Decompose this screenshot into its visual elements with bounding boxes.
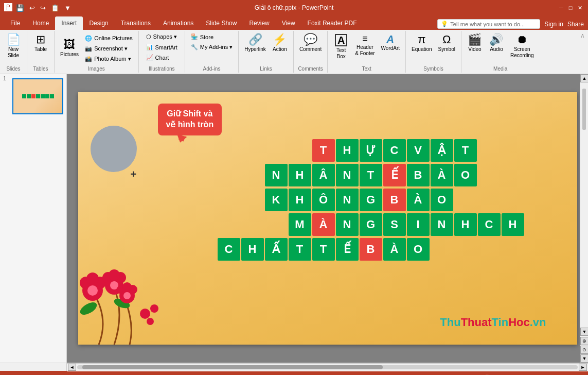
scroll-left-button[interactable]: ◄ xyxy=(68,364,76,371)
scrollbar-thumb[interactable] xyxy=(582,89,586,130)
undo-button[interactable]: ↩ xyxy=(28,3,37,13)
action-button[interactable]: ⚡ Action xyxy=(270,32,290,55)
comments-button[interactable]: Comments xyxy=(424,373,456,375)
photo-album-button[interactable]: 📸 Photo Album ▾ xyxy=(82,54,135,64)
tab-view[interactable]: View xyxy=(276,16,301,30)
scroll-track[interactable] xyxy=(77,365,578,369)
close-button[interactable]: ✕ xyxy=(576,4,584,12)
powerpoint-icon: 🅿 xyxy=(4,3,12,12)
tab-animations[interactable]: Animations xyxy=(157,16,200,30)
equation-button[interactable]: π Equation xyxy=(409,32,434,55)
smartart-button[interactable]: 📊 SmartArt xyxy=(144,42,180,52)
symbol-button[interactable]: Ω Symbol xyxy=(436,32,458,55)
title-bar: 🅿 💾 ↩ ↪ 📋 ▼ Giải ô chữ.pptx - PowerPoint… xyxy=(0,0,588,15)
scrollbar-up-button[interactable]: ▲ xyxy=(580,74,588,82)
tab-transitions[interactable]: Transitions xyxy=(115,16,157,30)
screenshot-icon: 📷 xyxy=(85,45,92,52)
chart-button[interactable]: 📈 Chart xyxy=(144,53,180,62)
zoom-in-button[interactable]: + xyxy=(560,373,567,375)
maximize-button[interactable]: □ xyxy=(566,4,575,12)
screenshot-button[interactable]: 📷 Screenshot ▾ xyxy=(82,44,135,54)
tab-design[interactable]: Design xyxy=(83,16,114,30)
video-button[interactable]: 🎬 Video xyxy=(465,32,485,55)
tab-foxit[interactable]: Foxit Reader PDF xyxy=(301,16,363,30)
tab-home[interactable]: Home xyxy=(26,16,55,30)
notes-button[interactable]: Notes xyxy=(401,373,420,375)
store-icon: 🏪 xyxy=(191,33,198,40)
customize-qa-button[interactable]: ▼ xyxy=(63,3,73,13)
pictures-button[interactable]: 🖼 Pictures xyxy=(58,37,81,60)
minimize-button[interactable]: ─ xyxy=(557,4,565,12)
normal-view-button[interactable]: ⊟ xyxy=(460,373,469,376)
tell-me-input[interactable]: 💡 Tell me what you want to do... xyxy=(437,19,540,29)
speech-bubble: Giữ Shift và vẽ hình tròn xyxy=(158,104,222,135)
save-button[interactable]: 💾 xyxy=(14,3,26,13)
grid-cell: Ậ xyxy=(431,139,453,162)
slide-sorter-button[interactable]: ⊞ xyxy=(471,373,479,376)
svg-point-17 xyxy=(140,309,150,319)
grid-cell: C xyxy=(383,139,406,162)
signin-button[interactable]: Sign in xyxy=(544,21,563,28)
symbol-icon: Ω xyxy=(442,34,451,45)
zoom-out-button[interactable]: − xyxy=(507,373,514,375)
share-button[interactable]: Share xyxy=(567,21,584,28)
gray-circle xyxy=(91,126,137,172)
status-right: Notes Comments ⊟ ⊞ 📖 ▷ − + 100% xyxy=(401,373,584,376)
grid-cell: I xyxy=(407,213,430,236)
fit-slide-button[interactable]: ⊕ xyxy=(580,337,588,345)
comment-button[interactable]: 💬 Comment xyxy=(297,32,324,55)
grid-cell: C xyxy=(218,238,240,261)
grid-row-5: C H Ấ T T Ế B À O xyxy=(217,237,525,261)
ribbon-group-slides: 📄 NewSlide Slides xyxy=(0,31,27,73)
collapse-ribbon-button[interactable]: ∧ xyxy=(577,31,588,73)
present-button[interactable]: 📋 xyxy=(49,3,61,13)
store-button[interactable]: 🏪 Store xyxy=(188,32,235,42)
svg-point-19 xyxy=(147,318,154,325)
tab-review[interactable]: Review xyxy=(243,16,275,30)
redo-button[interactable]: ↪ xyxy=(39,3,47,13)
grid-cell: Ấ xyxy=(265,238,288,261)
grid-row-3: K H Ô N G B À O xyxy=(264,188,525,212)
screen-recording-button[interactable]: ⏺ ScreenRecording xyxy=(508,32,537,61)
tab-insert[interactable]: Insert xyxy=(55,16,83,30)
tab-slideshow[interactable]: Slide Show xyxy=(200,16,243,30)
hyperlink-button[interactable]: 🔗 Hyperlink xyxy=(242,32,269,55)
next-slide-button[interactable]: ▼ xyxy=(580,354,588,363)
grid-cell: G xyxy=(360,189,382,211)
grid-cell: N xyxy=(265,164,288,186)
flower-decoration xyxy=(78,242,171,345)
canvas-area[interactable]: Giữ Shift và vẽ hình tròn + T H Ự C V Ậ … xyxy=(67,74,588,363)
header-footer-button[interactable]: ≡ Header& Footer xyxy=(352,32,377,59)
grid-cell: N xyxy=(431,213,453,236)
online-pictures-button[interactable]: 🌐 Online Pictures xyxy=(82,33,135,43)
quick-access-toolbar: 🅿 💾 ↩ ↪ 📋 ▼ xyxy=(4,3,73,13)
scroll-right-button[interactable]: ► xyxy=(579,364,587,371)
smartart-icon: 📊 xyxy=(146,44,153,50)
grid-cell: N xyxy=(336,164,359,186)
scrollbar-down-button[interactable]: ▼ xyxy=(580,328,588,336)
tab-file[interactable]: File xyxy=(4,16,26,30)
ribbon-group-links: 🔗 Hyperlink ⚡ Action Links xyxy=(239,31,294,73)
status-bar: Click and drag to insert an AutoShape. N… xyxy=(0,371,588,375)
zoom-fit-button[interactable]: ⊙ xyxy=(580,346,588,354)
grid-cell: H xyxy=(336,139,359,162)
slide-thumbnail[interactable] xyxy=(12,78,63,114)
new-slide-button[interactable]: 📄 NewSlide xyxy=(3,32,24,61)
grid-cell: Ế xyxy=(336,238,359,261)
grid-cell: H xyxy=(241,238,264,261)
wordart-button[interactable]: A WordArt xyxy=(379,32,403,54)
grid-cell: B xyxy=(383,189,406,211)
grid-cell: À xyxy=(312,213,335,236)
reading-view-button[interactable]: 📖 xyxy=(482,373,493,376)
grid-cell: H xyxy=(289,189,311,211)
textbox-button[interactable]: A TextBox xyxy=(331,32,351,62)
audio-button[interactable]: 🔊 Audio xyxy=(486,32,507,55)
shapes-button[interactable]: ⬡ Shapes ▾ xyxy=(144,32,180,42)
my-addins-button[interactable]: 🔧 My Add-ins ▾ xyxy=(188,42,235,52)
equation-icon: π xyxy=(418,34,425,45)
horizontal-scrollbar: ◄ ► xyxy=(67,363,588,371)
grid-cell: O xyxy=(431,189,453,211)
table-button[interactable]: ⊞ Table xyxy=(30,32,51,55)
slideshow-button[interactable]: ▷ xyxy=(495,373,503,376)
watermark: ThuThuatTinHoc.vn xyxy=(440,316,546,329)
